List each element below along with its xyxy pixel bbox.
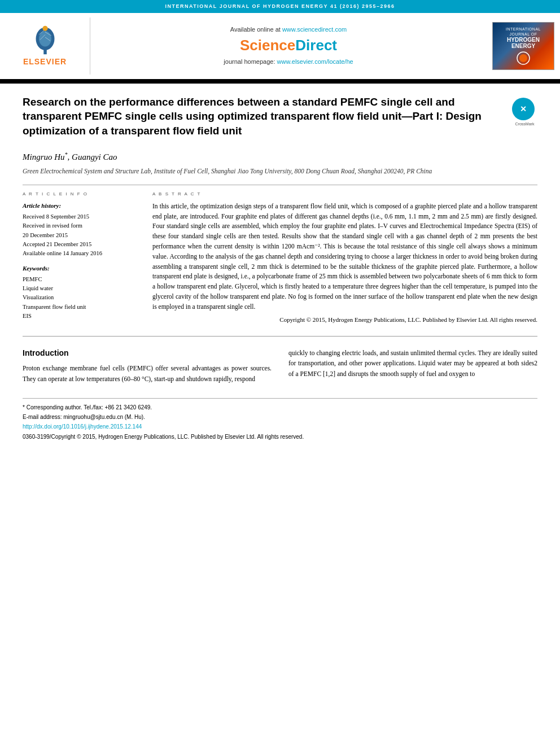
keyword-4: Transparent flow field unit <box>23 303 135 312</box>
authors-line: Mingruo Hu*, Guangyi Cao <box>23 151 537 163</box>
hydrogen-logo-area: International Journal of HYDROGEN ENERGY <box>487 18 560 75</box>
article-info-header: A R T I C L E I N F O <box>23 191 135 197</box>
keyword-2: Liquid water <box>23 284 135 293</box>
hydrogen-logo-main-text: HYDROGEN ENERGY <box>496 37 551 49</box>
header-center: Available online at www.sciencedirect.co… <box>90 18 487 75</box>
abstract-column: A B S T R A C T In this article, the opt… <box>152 191 537 325</box>
keyword-1: PEMFC <box>23 275 135 284</box>
introduction-right-text: quickly to changing electric loads, and … <box>288 348 537 379</box>
introduction-section: Introduction Proton exchange membrane fu… <box>23 348 537 384</box>
crossmark-label: CrossMark <box>512 121 537 127</box>
crossmark-badge[interactable]: ✕ CrossMark <box>512 98 537 123</box>
elsevier-wordmark: ELSEVIER <box>23 56 67 68</box>
available-online-date: Available online 14 January 2016 <box>23 249 135 258</box>
keywords-label: Keywords: <box>23 264 135 273</box>
sciencedirect-logo: ScienceDirect <box>240 35 337 55</box>
keyword-3: Visualization <box>23 293 135 302</box>
author2-name: Guangyi Cao <box>72 152 117 161</box>
journal-homepage: journal homepage: www.elsevier.com/locat… <box>224 58 353 66</box>
author-affiliation: Green Electrochemical System and Structu… <box>23 167 537 176</box>
introduction-left-text: Proton exchange membrane fuel cells (PEM… <box>23 363 272 384</box>
journal-top-bar: International Journal of Hydrogen Energy… <box>0 0 560 13</box>
hydrogen-logo-top-text: International Journal of <box>496 27 551 37</box>
article-info-column: A R T I C L E I N F O Article history: R… <box>23 191 135 325</box>
introduction-left: Introduction Proton exchange membrane fu… <box>23 348 272 384</box>
abstract-header: A B S T R A C T <box>152 191 537 197</box>
received-revised-label: Received in revised form <box>23 221 135 230</box>
article-history-label: Article history: <box>23 202 135 210</box>
author1-name: Mingruo Hu <box>23 152 65 161</box>
sciencedirect-url[interactable]: www.sciencedirect.com <box>282 26 347 33</box>
section-divider <box>23 336 537 337</box>
svg-text:✕: ✕ <box>520 104 527 113</box>
hydrogen-energy-logo: International Journal of HYDROGEN ENERGY <box>492 22 554 70</box>
available-online-label: Available online at www.sciencedirect.co… <box>230 25 347 34</box>
paper-title: Research on the performance differences … <box>23 95 504 138</box>
corresponding-author-marker: * <box>65 151 68 158</box>
introduction-right: quickly to changing electric loads, and … <box>288 348 537 384</box>
abstract-copyright: Copyright © 2015, Hydrogen Energy Public… <box>152 315 537 325</box>
elsevier-tree-icon <box>23 24 68 55</box>
svg-point-9 <box>519 54 527 62</box>
journal-homepage-link[interactable]: www.elsevier.com/locate/he <box>277 58 353 65</box>
footer-corresponding-author: * Corresponding author. Tel./fax: +86 21… <box>23 403 537 412</box>
abstract-text: In this article, the optimization design… <box>152 202 537 312</box>
accepted-date: Accepted 21 December 2015 <box>23 240 135 249</box>
article-info-abstract-section: A R T I C L E I N F O Article history: R… <box>23 191 537 325</box>
header-divider <box>23 185 537 185</box>
footer-doi[interactable]: http://dx.doi.org/10.1016/j.ijhydene.201… <box>23 422 537 431</box>
svg-point-7 <box>42 26 47 31</box>
introduction-title: Introduction <box>23 348 272 359</box>
main-content: Research on the performance differences … <box>0 84 560 453</box>
footer-email: E-mail address: mingruohu@sjtu.edu.cn (M… <box>23 413 537 421</box>
title-section: Research on the performance differences … <box>23 95 537 144</box>
received-date: Received 8 September 2015 <box>23 212 135 221</box>
keyword-5: EIS <box>23 312 135 321</box>
footer-section: * Corresponding author. Tel./fax: +86 21… <box>23 398 537 441</box>
elsevier-logo-area: ELSEVIER <box>0 18 90 75</box>
page-header: ELSEVIER Available online at www.science… <box>0 13 560 80</box>
footer-copyright: 0360-3199/Copyright © 2015, Hydrogen Ene… <box>23 433 537 441</box>
doi-link[interactable]: http://dx.doi.org/10.1016/j.ijhydene.201… <box>23 423 142 430</box>
received-revised-date: 20 December 2015 <box>23 231 135 240</box>
crossmark-icon[interactable]: ✕ <box>512 98 535 120</box>
